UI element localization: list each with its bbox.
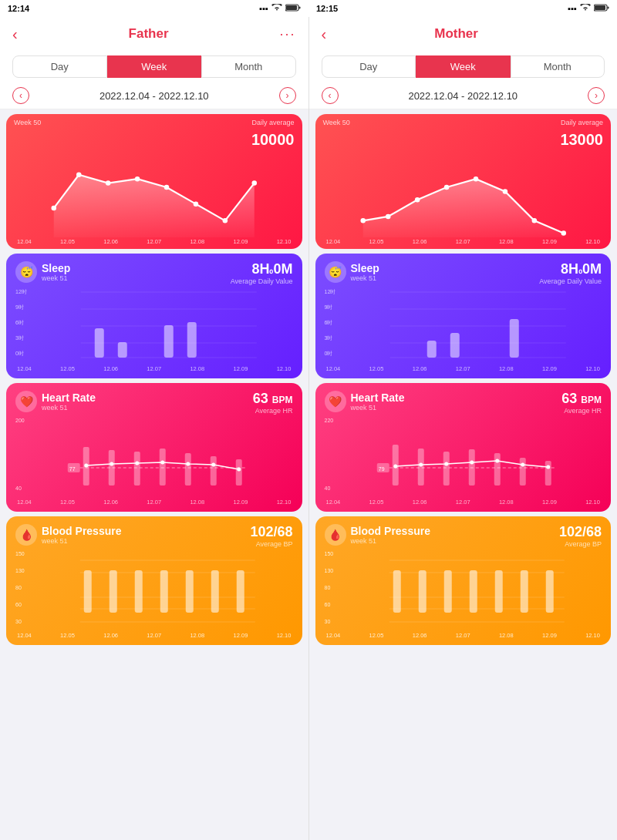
svg-point-14: [252, 180, 258, 186]
hr-avg-father: Average HR: [253, 407, 293, 415]
tab-bar-mother: Day Week Month: [309, 51, 618, 82]
bp-x-labels-mother: 12.0412.0512.0612.0712.0812.0912.10: [325, 632, 602, 639]
svg-rect-20: [95, 328, 104, 358]
back-button-father[interactable]: ‹: [12, 25, 18, 43]
steps-week-label-father: Week 50: [14, 119, 41, 126]
svg-rect-21: [118, 342, 127, 358]
steps-week-label-mother: Week 50: [323, 119, 350, 126]
tab-month-father[interactable]: Month: [201, 55, 296, 78]
svg-point-10: [135, 176, 140, 182]
svg-rect-96: [494, 570, 502, 613]
svg-rect-50: [186, 570, 194, 613]
hr-bars-mother: 79: [325, 418, 602, 495]
hr-subtitle-father: week 51: [42, 404, 96, 412]
sleep-icon-mother: 😴: [325, 261, 346, 283]
bp-chart-mother: 150130806030: [325, 551, 602, 639]
svg-point-61: [561, 230, 566, 236]
date-prev-mother[interactable]: ‹: [322, 87, 339, 104]
svg-point-39: [211, 463, 215, 467]
status-icons-left: ▪▪▪: [259, 4, 301, 13]
hr-value-mother: 63 BPM: [561, 391, 602, 407]
svg-point-7: [52, 206, 57, 211]
sleep-subtitle-father: week 51: [42, 274, 70, 282]
header-mother: ‹ Mother: [309, 17, 618, 51]
hr-avg-mother: Average HR: [561, 407, 602, 415]
steps-chart-mother: [325, 137, 602, 237]
svg-rect-4: [608, 7, 609, 9]
svg-rect-68: [450, 333, 459, 358]
steps-chart-father: [15, 137, 293, 237]
bp-card-father: 🩸 Blood Pressure week 51 102/68 Average …: [6, 516, 302, 645]
svg-point-35: [110, 462, 113, 466]
date-range-mother: 2022.12.04 - 2022.12.10: [408, 90, 518, 102]
hr-card-mother: ❤️ Heart Rate week 51 63 BPM Average HR: [315, 383, 612, 512]
back-button-mother[interactable]: ‹: [322, 25, 327, 43]
column-father: ‹ Father ··· Day Week Month ‹ 2022.12.04…: [0, 17, 308, 840]
date-nav-father: ‹ 2022.12.04 - 2022.12.10 ›: [0, 82, 308, 109]
status-bar-left: 12:14 ▪▪▪: [0, 0, 308, 17]
bp-subtitle-father: week 51: [42, 537, 121, 545]
date-next-father[interactable]: ›: [279, 87, 296, 104]
bp-icon-father: 🩸: [15, 524, 37, 546]
bp-chart-father: 150130806030: [15, 551, 293, 639]
bp-avg-father: Average BP: [250, 540, 292, 548]
svg-point-83: [470, 461, 474, 465]
time-right: 12:15: [316, 4, 338, 13]
sleep-icon-father: 😴: [15, 261, 37, 283]
sleep-card-father: 😴 Sleep week 51 8H₀0M Average Daily Valu…: [6, 254, 302, 378]
svg-rect-48: [135, 570, 143, 613]
bp-avg-mother: Average BP: [559, 540, 602, 548]
bp-value-mother: 102/68: [559, 524, 602, 540]
svg-point-36: [135, 462, 139, 465]
sleep-bars-mother: [325, 288, 602, 361]
sleep-avg-mother: Average Daily Value: [539, 277, 602, 285]
steps-avg-label-father: Daily average: [251, 119, 294, 126]
bp-bars-father: [15, 551, 293, 628]
svg-point-40: [237, 468, 241, 472]
svg-rect-1: [299, 7, 301, 9]
hr-bars-father: 77: [15, 418, 293, 495]
svg-rect-69: [509, 319, 518, 358]
svg-rect-27: [160, 449, 166, 486]
wifi-icon: [271, 4, 282, 13]
title-mother: Mother: [434, 26, 478, 42]
wifi-icon-r: [580, 4, 591, 13]
svg-point-81: [419, 463, 423, 467]
tab-bar-father: Day Week Month: [0, 51, 308, 82]
tab-day-father[interactable]: Day: [12, 55, 107, 78]
svg-rect-49: [160, 570, 168, 613]
hr-x-labels-mother: 12.0412.0512.0612.0712.0812.0912.10: [325, 499, 602, 506]
header-father: ‹ Father ···: [0, 17, 308, 51]
tab-week-father[interactable]: Week: [107, 55, 202, 78]
tab-month-mother[interactable]: Month: [511, 55, 605, 78]
svg-rect-29: [211, 456, 217, 486]
date-next-mother[interactable]: ›: [588, 87, 605, 104]
svg-point-56: [414, 197, 420, 203]
svg-rect-52: [237, 570, 244, 613]
svg-point-54: [360, 218, 366, 223]
svg-point-9: [106, 180, 111, 186]
steps-value-father: 10000: [251, 131, 295, 149]
svg-point-58: [473, 176, 478, 182]
signal-icon: ▪▪▪: [259, 4, 268, 13]
sleep-avg-father: Average Daily Value: [231, 277, 293, 285]
status-icons-right: ▪▪▪: [568, 4, 609, 13]
svg-point-8: [76, 173, 82, 178]
svg-point-59: [502, 189, 507, 194]
svg-point-12: [194, 201, 199, 207]
svg-point-80: [393, 465, 397, 469]
date-nav-mother: ‹ 2022.12.04 - 2022.12.10 ›: [309, 82, 618, 109]
date-prev-father[interactable]: ‹: [12, 87, 29, 104]
hr-title-mother: Heart Rate: [351, 391, 405, 404]
svg-marker-53: [362, 179, 563, 237]
svg-rect-98: [545, 570, 553, 613]
more-button-father[interactable]: ···: [279, 26, 295, 42]
tab-day-mother[interactable]: Day: [322, 55, 416, 78]
svg-point-37: [160, 461, 164, 465]
svg-point-11: [164, 185, 170, 190]
bp-card-mother: 🩸 Blood Pressure week 51 102/68 Average …: [315, 516, 612, 645]
steps-x-labels-mother: 12.0412.0512.0612.0712.0812.0912.10: [325, 238, 602, 245]
sleep-bars-father: [15, 288, 293, 361]
tab-week-mother[interactable]: Week: [416, 55, 511, 78]
svg-point-13: [223, 218, 228, 223]
